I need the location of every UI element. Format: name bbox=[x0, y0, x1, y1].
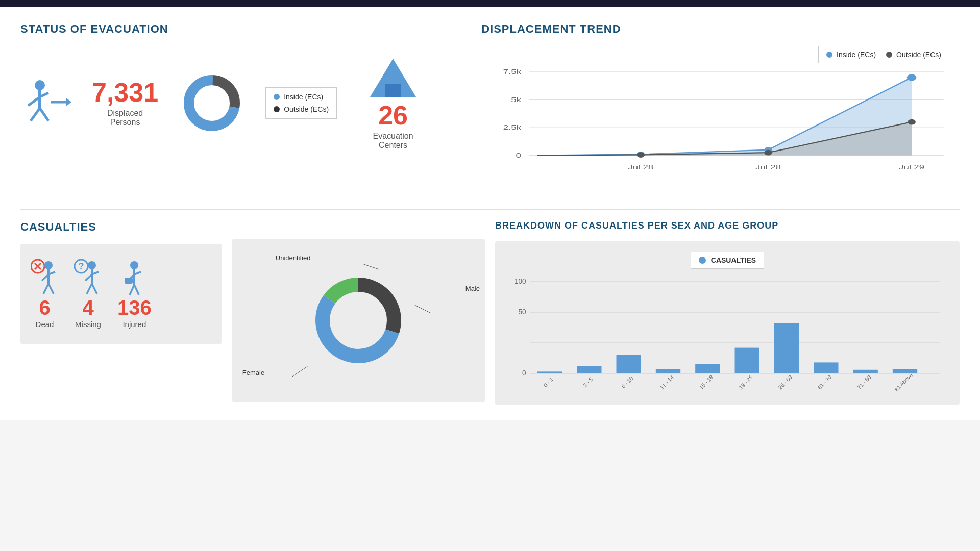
svg-rect-76 bbox=[695, 364, 720, 373]
svg-text:26 - 60: 26 - 60 bbox=[777, 374, 793, 391]
breakdown-title: BREAKDOWN OF CASUALTIES PER SEX AND AGE … bbox=[495, 220, 960, 231]
svg-line-54 bbox=[134, 285, 139, 295]
svg-text:50: 50 bbox=[519, 308, 526, 316]
svg-rect-86 bbox=[893, 369, 917, 373]
svg-text:71 - 80: 71 - 80 bbox=[856, 374, 872, 391]
svg-point-27 bbox=[907, 74, 917, 81]
svg-point-28 bbox=[637, 152, 645, 158]
evac-stats: 7,331 DisplacedPersons I bbox=[20, 46, 461, 160]
bar-legend-dot bbox=[699, 257, 706, 264]
svg-rect-74 bbox=[656, 369, 680, 373]
svg-rect-11 bbox=[385, 84, 401, 97]
svg-rect-84 bbox=[853, 370, 877, 373]
legend-outside: Outside (ECs) bbox=[274, 105, 329, 113]
evacuation-section: STATUS OF EVACUATION bbox=[20, 22, 471, 194]
missing-label: Missing bbox=[75, 320, 101, 329]
svg-text:Jul 29: Jul 29 bbox=[899, 163, 924, 171]
bar-chart-wrapper: CASUALTIES 100 50 0 bbox=[495, 241, 960, 405]
cas-stats-row: 6 Dead ? bbox=[31, 259, 212, 329]
svg-line-2 bbox=[28, 97, 40, 106]
top-section: STATUS OF EVACUATION bbox=[20, 22, 960, 194]
disp-legend-inside: Inside (ECs) bbox=[826, 51, 876, 59]
evac-legend: Inside (ECs) Outside (ECs) bbox=[265, 87, 337, 119]
missing-stat: ? 4 Missing bbox=[74, 259, 102, 329]
disp-legend-outside: Outside (ECs) bbox=[886, 51, 941, 59]
outside-dot bbox=[274, 106, 280, 112]
displaced-number: 7,331 bbox=[92, 79, 158, 106]
svg-text:Jul 28: Jul 28 bbox=[628, 163, 653, 171]
missing-icon: ? bbox=[74, 259, 102, 297]
disp-outside-label: Outside (ECs) bbox=[896, 51, 941, 59]
svg-text:100: 100 bbox=[514, 278, 526, 285]
evacuation-title: STATUS OF EVACUATION bbox=[20, 22, 461, 36]
svg-line-58 bbox=[363, 264, 379, 269]
svg-line-38 bbox=[43, 284, 48, 294]
outside-label: Outside (ECs) bbox=[284, 105, 329, 113]
dead-icon bbox=[31, 259, 59, 297]
svg-rect-68 bbox=[537, 371, 562, 373]
svg-text:61 - 70: 61 - 70 bbox=[817, 374, 833, 391]
svg-text:?: ? bbox=[79, 261, 84, 271]
disp-inside-label: Inside (ECs) bbox=[837, 51, 876, 59]
svg-text:2 - 5: 2 - 5 bbox=[582, 376, 594, 388]
svg-line-59 bbox=[414, 305, 430, 313]
bar-chart-legend: CASUALTIES bbox=[691, 252, 764, 269]
svg-text:5k: 5k bbox=[511, 96, 522, 104]
section-divider bbox=[20, 209, 960, 210]
bar-chart-svg: 100 50 0 0 - 1 2 - 5 6 - 10 bbox=[505, 277, 949, 394]
svg-text:2.5k: 2.5k bbox=[503, 123, 522, 131]
casualties-donut-panel: Unidentified Male Female bbox=[232, 239, 485, 402]
svg-rect-72 bbox=[616, 355, 641, 373]
displaced-block: 7,331 DisplacedPersons bbox=[92, 79, 158, 127]
main-content: STATUS OF EVACUATION bbox=[0, 7, 980, 420]
dead-label: Dead bbox=[36, 320, 54, 329]
svg-rect-70 bbox=[577, 366, 601, 373]
svg-line-39 bbox=[48, 284, 54, 294]
disp-outside-dot bbox=[886, 52, 892, 58]
svg-marker-7 bbox=[66, 98, 71, 106]
evac-center-block: 26 EvacuationCenters bbox=[368, 56, 419, 150]
svg-point-29 bbox=[764, 150, 772, 156]
svg-rect-80 bbox=[774, 323, 799, 373]
inside-label: Inside (ECs) bbox=[284, 93, 323, 101]
evac-centers-label: EvacuationCenters bbox=[373, 132, 413, 150]
svg-text:0: 0 bbox=[516, 152, 521, 159]
svg-text:0: 0 bbox=[522, 369, 526, 377]
svg-text:0 - 1: 0 - 1 bbox=[543, 376, 554, 388]
svg-line-46 bbox=[87, 284, 92, 294]
evac-donut-chart bbox=[179, 70, 245, 136]
svg-line-4 bbox=[31, 108, 40, 121]
casualties-panel: 6 Dead ? bbox=[20, 244, 222, 344]
injured-icon bbox=[120, 259, 149, 297]
casualties-donut-section: Unidentified Male Female bbox=[227, 220, 490, 405]
svg-text:81 Above: 81 Above bbox=[893, 372, 914, 393]
walking-person-icon bbox=[20, 78, 71, 129]
missing-number: 4 bbox=[82, 297, 93, 318]
legend-inside: Inside (ECs) bbox=[274, 93, 329, 101]
bar-legend-label: CASUALTIES bbox=[711, 256, 756, 264]
tent-icon bbox=[368, 56, 419, 102]
displacement-chart-svg: 7.5k 5k 2.5k 0 Jul 28 Jul 28 Jul 29 bbox=[481, 66, 960, 189]
svg-rect-51 bbox=[125, 278, 133, 284]
top-bar bbox=[0, 0, 980, 7]
svg-line-53 bbox=[130, 285, 134, 295]
displacement-chart-container: Inside (ECs) Outside (ECs) 7.5k bbox=[481, 46, 960, 194]
casualties-bar-section: BREAKDOWN OF CASUALTIES PER SEX AND AGE … bbox=[490, 220, 960, 405]
svg-line-5 bbox=[40, 108, 48, 121]
svg-text:11 - 14: 11 - 14 bbox=[658, 374, 675, 391]
casualties-donut-svg bbox=[307, 269, 409, 371]
displacement-section: DISPLACEMENT TREND Inside (ECs) Outside … bbox=[471, 22, 960, 194]
injured-label: Injured bbox=[122, 320, 146, 329]
svg-text:19 - 25: 19 - 25 bbox=[738, 374, 754, 391]
svg-rect-78 bbox=[734, 348, 759, 373]
svg-point-42 bbox=[88, 261, 96, 269]
svg-text:7.5k: 7.5k bbox=[503, 68, 522, 76]
displacement-legend: Inside (ECs) Outside (ECs) bbox=[818, 46, 949, 63]
bottom-section: CASUALTIES bbox=[20, 220, 960, 405]
displacement-title: DISPLACEMENT TREND bbox=[481, 22, 960, 36]
svg-point-48 bbox=[130, 261, 138, 269]
svg-text:Jul 28: Jul 28 bbox=[755, 163, 781, 171]
svg-text:15 - 18: 15 - 18 bbox=[698, 374, 715, 391]
disp-inside-dot bbox=[826, 52, 832, 58]
svg-point-34 bbox=[44, 261, 53, 269]
